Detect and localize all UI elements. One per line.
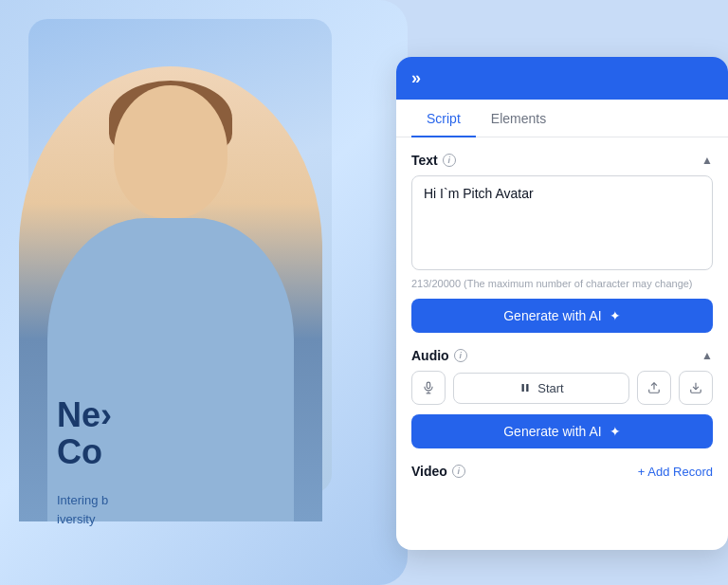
audio-start-button[interactable]: Start [453,373,629,404]
char-count-label: 213/20000 (The maximum number of charact… [411,278,713,289]
upload-button[interactable] [637,371,671,405]
svg-rect-3 [522,384,524,392]
svg-rect-4 [526,384,528,392]
script-textarea[interactable] [411,175,713,270]
audio-info-icon[interactable]: i [454,349,467,362]
play-icon [519,381,532,394]
mic-button[interactable] [411,371,446,405]
audio-section-header: Audio i ▲ [411,348,713,363]
panel-body: Text i ▲ 213/20000 (The maximum number o… [396,137,728,550]
audio-section-collapse-icon[interactable]: ▲ [701,349,713,362]
audio-ai-sparkle-icon: ✦ [610,424,621,439]
panel-header: » [396,57,728,100]
text-section-title: Text i [411,153,456,168]
text-generate-ai-button[interactable]: Generate with AI ✦ [411,299,713,333]
download-button[interactable] [679,371,713,405]
add-record-link[interactable]: + Add Record [638,465,713,479]
text-section-collapse-icon[interactable]: ▲ [701,154,713,167]
person-body [47,218,294,521]
video-info-icon[interactable]: i [452,465,465,478]
upload-icon [647,381,661,394]
audio-controls: Start [411,371,713,405]
text-info-icon[interactable]: i [443,154,456,167]
text-section-header: Text i ▲ [411,153,713,168]
ai-sparkle-icon: ✦ [610,308,621,323]
tab-elements[interactable]: Elements [476,100,561,137]
background-heading: Ne› Co [57,396,112,471]
collapse-icon[interactable]: » [411,68,421,88]
person-head [114,85,228,218]
tab-script[interactable]: Script [411,100,476,137]
download-icon [689,381,702,394]
video-section-title: Video i [411,464,465,479]
mic-icon [422,381,435,394]
audio-generate-ai-button[interactable]: Generate with AI ✦ [411,414,713,448]
background-subtext: Intering b iversity [57,491,108,528]
right-panel: » Script Elements Text i ▲ 213/20000 (Th… [396,57,728,550]
video-section-header: Video i + Add Record [411,464,713,479]
audio-section-title: Audio i [411,348,467,363]
left-background: Ne› Co Intering b iversity [0,0,408,585]
svg-rect-0 [427,382,430,388]
panel-tabs: Script Elements [396,100,728,137]
